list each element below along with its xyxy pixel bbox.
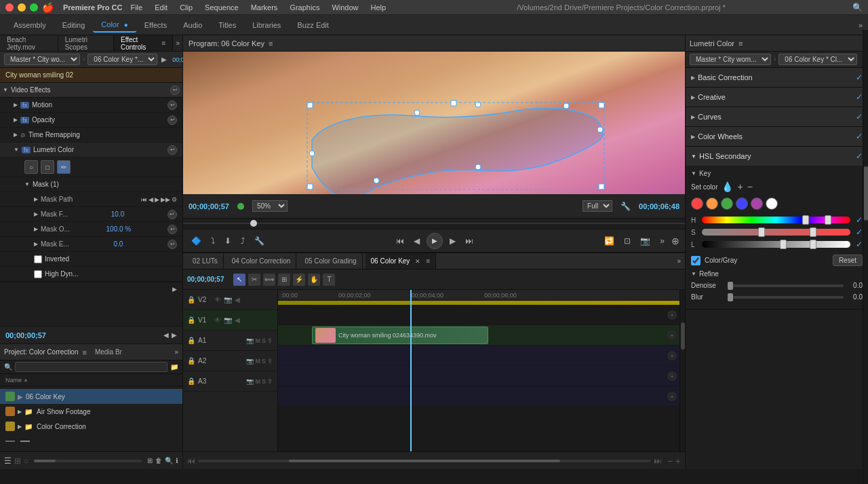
key-reset-btn[interactable]: Reset bbox=[833, 255, 863, 266]
mask-path-auto[interactable]: ⚙ bbox=[172, 196, 177, 203]
s-thumb[interactable] bbox=[758, 227, 765, 237]
insert-btn[interactable]: ⤵ bbox=[208, 235, 218, 247]
master-dropdown[interactable]: Master * City wo... bbox=[4, 54, 80, 65]
freeform-view-btn[interactable]: ○ bbox=[24, 456, 28, 466]
a2-end-btn[interactable]: + bbox=[667, 371, 677, 381]
tl-tab-luts[interactable]: 02 LUTs bbox=[187, 253, 224, 269]
tl-fwd-btn[interactable]: ⏭ bbox=[654, 456, 662, 466]
tab-effects[interactable]: Effects bbox=[136, 18, 175, 32]
a3-s[interactable]: S bbox=[262, 378, 266, 385]
play-stop-btn[interactable]: ▶ bbox=[427, 233, 443, 249]
a3-end-btn[interactable]: + bbox=[667, 392, 677, 401]
expand-key[interactable]: ▼ bbox=[691, 170, 696, 176]
tl-ruler[interactable]: :00;00 00;00;02;00 00;00;04;00 00;00;06;… bbox=[278, 290, 679, 301]
lock-a2[interactable]: 🔒 bbox=[187, 357, 195, 365]
tl-timecode[interactable]: 00;00;00;57 bbox=[187, 276, 224, 283]
h-check[interactable]: ✓ bbox=[856, 215, 863, 225]
expand-curves[interactable]: ▶ bbox=[691, 114, 695, 120]
a2-mic[interactable]: 🎙 bbox=[267, 358, 273, 365]
creative-check[interactable]: ✓ bbox=[856, 92, 863, 102]
time-remapping-row[interactable]: ▶ ⊘ Time Remapping bbox=[0, 128, 182, 143]
menu-window[interactable]: Window bbox=[328, 3, 362, 12]
pen-mask-btn[interactable]: ✏ bbox=[57, 160, 71, 174]
extract-btn[interactable]: 🔧 bbox=[252, 235, 267, 247]
swatch-green[interactable] bbox=[721, 198, 733, 210]
apple-menu[interactable]: 🍎 bbox=[42, 2, 54, 13]
menu-graphics[interactable]: Graphics bbox=[285, 3, 323, 12]
expand-lumetri[interactable]: ▼ bbox=[14, 147, 19, 153]
color-gray-checkbox[interactable] bbox=[691, 256, 701, 265]
menu-help[interactable]: Help bbox=[367, 3, 391, 12]
expand-motion[interactable]: ▶ bbox=[14, 102, 18, 108]
a3-mic[interactable]: 🎙 bbox=[267, 378, 273, 385]
v1-clip[interactable]: City woman smiling 024634390.mov bbox=[312, 327, 488, 344]
motion-row[interactable]: ▶ fx Motion ↩ bbox=[0, 98, 182, 113]
tab-buzz-edit[interactable]: Buzz Edit bbox=[289, 18, 336, 32]
step-back-btn[interactable]: ◀ bbox=[163, 331, 169, 339]
project-expand-btn[interactable]: » bbox=[174, 348, 178, 356]
tl-menu-icon[interactable]: ≡ bbox=[426, 257, 430, 265]
mask-opacity-value[interactable]: 100.0 % bbox=[106, 225, 132, 233]
tl-tab-color-key[interactable]: 06 Color Key ✕ ≡ bbox=[366, 253, 437, 269]
go-to-out-btn[interactable]: ⏭ bbox=[462, 235, 476, 247]
eyedropper-minus-icon[interactable]: − bbox=[747, 181, 753, 192]
ellipse-mask-btn[interactable]: ○ bbox=[24, 160, 38, 174]
safe-margins-btn[interactable]: ⊡ bbox=[621, 235, 633, 247]
eyedropper-plus-icon[interactable]: + bbox=[737, 181, 743, 192]
expand-opacity[interactable]: ▶ bbox=[14, 117, 18, 123]
minimize-button[interactable] bbox=[18, 3, 26, 12]
reset-mask-opacity[interactable]: ↩ bbox=[167, 225, 177, 234]
expand-mask-expansion[interactable]: ▶ bbox=[34, 241, 38, 247]
hsl-secondary-header[interactable]: ▼ HSL Secondary ✓ bbox=[686, 147, 868, 166]
expand-mask-opacity[interactable]: ▶ bbox=[34, 226, 38, 232]
slip-tool[interactable]: ⟺ bbox=[263, 274, 275, 286]
sort-icon[interactable]: ▲ bbox=[23, 377, 28, 383]
expand-creative[interactable]: ▶ bbox=[691, 94, 695, 100]
a3-m[interactable]: M bbox=[255, 378, 260, 385]
maximize-button[interactable] bbox=[30, 3, 38, 12]
zoom-select[interactable]: 50% 25% 75% 100% bbox=[252, 200, 288, 212]
project-item-color-key[interactable]: ▶ 06 Color Key bbox=[0, 389, 182, 404]
ripple-tool[interactable]: ⊞ bbox=[278, 274, 290, 286]
v1-end-btn[interactable]: + bbox=[667, 331, 677, 340]
reset-motion[interactable]: ↩ bbox=[167, 100, 177, 110]
playhead[interactable] bbox=[410, 290, 412, 451]
hsl-secondary-check[interactable]: ✓ bbox=[856, 151, 863, 161]
tab-assembly[interactable]: Assembly bbox=[5, 18, 54, 32]
menu-markers[interactable]: Markers bbox=[247, 3, 282, 12]
tl-tab-color-correction[interactable]: 04 Color Correction bbox=[226, 253, 297, 269]
mask-path-play[interactable]: ▶ bbox=[155, 196, 159, 203]
delete-btn[interactable]: 🗑 bbox=[155, 457, 162, 464]
mask-feather-value[interactable]: 10.0 bbox=[111, 210, 124, 218]
reset-mask-feather[interactable]: ↩ bbox=[167, 210, 177, 219]
lumetri-color-row[interactable]: ▼ fx Lumetri Color ↩ bbox=[0, 143, 182, 157]
loop-btn[interactable]: 🔁 bbox=[601, 235, 617, 247]
tab-titles[interactable]: Titles bbox=[210, 18, 244, 32]
cam-v1[interactable]: 📷 bbox=[224, 316, 232, 324]
menu-sequence[interactable]: Sequence bbox=[201, 3, 243, 12]
wrench-icon[interactable]: 🔧 bbox=[620, 202, 631, 211]
search-project-btn[interactable]: 🔍 bbox=[165, 457, 173, 464]
s-check[interactable]: ✓ bbox=[856, 227, 863, 237]
app-name[interactable]: Premiere Pro CC bbox=[63, 3, 122, 12]
list-view-btn[interactable]: ☰ bbox=[4, 456, 12, 466]
a1-end-btn[interactable]: + bbox=[667, 351, 677, 360]
tab-effect-controls[interactable]: Effect Controls ≡ bbox=[114, 35, 173, 51]
workspace-more-btn[interactable]: » bbox=[859, 21, 863, 29]
expand-color-wheels[interactable]: ▶ bbox=[691, 134, 695, 140]
swatch-orange[interactable] bbox=[706, 198, 718, 210]
tl-zoom-out[interactable]: − bbox=[667, 455, 673, 466]
color-wheels-check[interactable]: ✓ bbox=[856, 132, 863, 141]
cam-v2[interactable]: 📷 bbox=[224, 296, 232, 303]
info-btn[interactable]: ℹ bbox=[176, 457, 178, 464]
progress-thumb[interactable] bbox=[250, 220, 257, 227]
mask-expansion-row[interactable]: ▶ Mask E... 0.0 ↩ bbox=[0, 237, 182, 252]
mask-header-row[interactable]: ▼ Mask (1) bbox=[0, 177, 182, 192]
tl-expand-btn[interactable]: » bbox=[677, 257, 681, 265]
inverted-checkbox[interactable] bbox=[34, 255, 42, 263]
type-tool[interactable]: T bbox=[323, 274, 335, 286]
zoom-slider[interactable] bbox=[34, 460, 142, 462]
a2-cam[interactable]: 📷 bbox=[246, 358, 254, 365]
a1-mic[interactable]: 🎙 bbox=[267, 337, 273, 344]
eye-v2[interactable]: 👁 bbox=[214, 296, 221, 303]
